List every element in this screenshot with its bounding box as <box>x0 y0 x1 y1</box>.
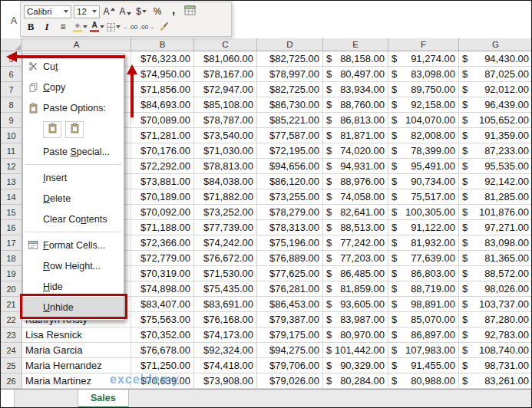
data-cell[interactable]: $74,418.00 <box>194 358 257 373</box>
paste-keep-formatting-button[interactable] <box>43 121 61 138</box>
column-header-a[interactable]: A <box>22 38 131 51</box>
data-cell[interactable]: $81,871.00 <box>323 128 388 143</box>
font-name-select[interactable]: Calibri <box>24 5 71 18</box>
data-cell[interactable]: $83,934.00 <box>323 82 388 97</box>
paste-values-button[interactable] <box>65 121 84 138</box>
row-header-15[interactable]: 15 <box>1 205 22 220</box>
data-cell[interactable]: $71,250.00 <box>131 358 194 373</box>
data-cell[interactable]: $72,947.00 <box>194 82 257 97</box>
data-cell[interactable]: $74,898.00 <box>131 281 194 297</box>
data-cell[interactable]: $77,639.00 <box>388 251 459 266</box>
menu-item-copy[interactable]: Copy <box>23 77 124 97</box>
data-cell[interactable]: $81,859.00 <box>323 281 388 297</box>
data-cell[interactable]: $84,693.00 <box>131 97 194 113</box>
data-cell[interactable]: $74,950.00 <box>131 67 194 82</box>
font-size-select[interactable]: 12 <box>74 5 100 18</box>
data-cell[interactable]: $91,455.00 <box>388 358 459 373</box>
data-cell[interactable]: $75,517.00 <box>388 189 459 205</box>
data-cell[interactable]: $76,281.00 <box>257 281 323 297</box>
decrease-decimal-button[interactable]: .00→ <box>140 20 154 34</box>
data-cell[interactable]: $79,026.00 <box>257 373 323 389</box>
row-header-11[interactable]: 11 <box>1 143 22 159</box>
name-cell[interactable]: Maria Hernandez <box>22 358 131 373</box>
data-cell[interactable]: $76,889.00 <box>257 251 323 266</box>
comma-style-button[interactable]: , <box>167 5 180 18</box>
data-cell[interactable]: $80,988.00 <box>388 373 459 389</box>
data-cell[interactable]: $76,323.00 <box>131 51 194 67</box>
row-header-24[interactable]: 24 <box>1 343 22 358</box>
data-cell[interactable]: $70,189.00 <box>131 189 194 205</box>
data-cell[interactable]: $75,435.00 <box>194 281 257 297</box>
data-cell[interactable]: $95,535.00 <box>459 159 532 174</box>
data-cell[interactable]: $91,274.00 <box>388 51 459 67</box>
data-cell[interactable]: $74,058.00 <box>323 189 388 205</box>
data-cell[interactable]: $87,233.00 <box>459 143 532 159</box>
column-header-b[interactable]: B <box>131 38 194 51</box>
data-cell[interactable]: $82,641.00 <box>323 205 388 220</box>
data-cell[interactable]: $88,760.00 <box>323 97 388 113</box>
data-cell[interactable]: $87,025.00 <box>459 67 532 82</box>
data-cell[interactable]: $73,908.00 <box>194 373 257 389</box>
data-cell[interactable]: $101,876.00 <box>459 205 532 220</box>
row-header-12[interactable]: 12 <box>1 159 22 174</box>
data-cell[interactable]: $70,092.00 <box>131 205 194 220</box>
data-cell[interactable]: $83,407.00 <box>131 297 194 312</box>
data-cell[interactable]: $71,030.00 <box>194 143 257 159</box>
data-cell[interactable]: $81,365.00 <box>459 251 532 266</box>
data-cell[interactable]: $86,803.00 <box>388 266 459 281</box>
data-cell[interactable]: $73,255.00 <box>257 189 323 205</box>
accounting-format-button[interactable]: $ <box>134 5 148 18</box>
data-cell[interactable]: $92,783.00 <box>459 327 532 343</box>
row-header-8[interactable]: 8 <box>1 97 22 113</box>
data-cell[interactable]: $70,089.00 <box>131 113 194 128</box>
row-header-14[interactable]: 14 <box>1 189 22 205</box>
row-header-16[interactable]: 16 <box>1 220 22 235</box>
data-cell[interactable]: $101,442.00 <box>323 343 388 358</box>
data-cell[interactable]: $82,008.00 <box>388 128 459 143</box>
column-header-d[interactable]: D <box>257 38 323 51</box>
row-header-6[interactable]: 6 <box>1 67 22 82</box>
italic-button[interactable]: I <box>40 20 54 34</box>
data-cell[interactable]: $80,284.00 <box>323 373 388 389</box>
data-cell[interactable]: $87,280.00 <box>459 312 532 327</box>
data-cell[interactable]: $80,970.00 <box>323 327 388 343</box>
data-cell[interactable]: $78,997.00 <box>257 67 323 82</box>
data-cell[interactable]: $72,779.00 <box>131 251 194 266</box>
menu-item-clear-contents[interactable]: Clear Contents <box>23 209 124 229</box>
data-cell[interactable]: $100,305.00 <box>388 205 459 220</box>
data-cell[interactable]: $78,813.00 <box>194 159 257 174</box>
row-header-21[interactable]: 21 <box>1 297 22 312</box>
data-cell[interactable]: $78,399.00 <box>388 143 459 159</box>
format-as-table-button[interactable] <box>183 5 197 18</box>
data-cell[interactable]: $72,366.00 <box>131 235 194 251</box>
name-cell[interactable]: Lisa Resnick <box>22 327 131 343</box>
data-cell[interactable]: $86,485.00 <box>323 266 388 281</box>
data-cell[interactable]: $78,167.00 <box>194 67 257 82</box>
data-cell[interactable]: $75,563.00 <box>131 312 194 327</box>
data-cell[interactable]: $79,387.00 <box>257 312 323 327</box>
data-cell[interactable]: $85,070.00 <box>388 312 459 327</box>
data-cell[interactable]: $88,719.00 <box>388 281 459 297</box>
data-cell[interactable]: $85,221.00 <box>257 113 323 128</box>
data-cell[interactable]: $82,725.00 <box>257 82 323 97</box>
menu-item-format-cells[interactable]: Format Cells... <box>23 235 124 255</box>
row-header-13[interactable]: 13 <box>1 174 22 189</box>
data-cell[interactable]: $72,292.00 <box>131 159 194 174</box>
data-cell[interactable]: $92,012.00 <box>459 82 532 97</box>
select-all-corner[interactable] <box>1 38 22 51</box>
data-cell[interactable]: $76,678.00 <box>131 343 194 358</box>
data-cell[interactable]: $86,120.00 <box>257 174 323 189</box>
data-cell[interactable]: $76,672.00 <box>194 251 257 266</box>
menu-item-row-height[interactable]: Row Height... <box>23 255 124 276</box>
data-cell[interactable]: $97,271.00 <box>459 220 532 235</box>
column-header-g[interactable]: G <box>459 38 532 51</box>
data-cell[interactable]: $77,625.00 <box>257 266 323 281</box>
borders-button[interactable] <box>107 20 121 34</box>
data-cell[interactable]: $71,281.00 <box>131 128 194 143</box>
data-cell[interactable]: $98,891.00 <box>388 297 459 312</box>
bold-button[interactable]: B <box>24 20 38 34</box>
data-cell[interactable]: $78,313.00 <box>257 220 323 235</box>
data-cell[interactable]: $86,730.00 <box>257 97 323 113</box>
data-cell[interactable]: $77,587.00 <box>257 128 323 143</box>
name-cell[interactable]: Maria Garcia <box>22 343 131 358</box>
